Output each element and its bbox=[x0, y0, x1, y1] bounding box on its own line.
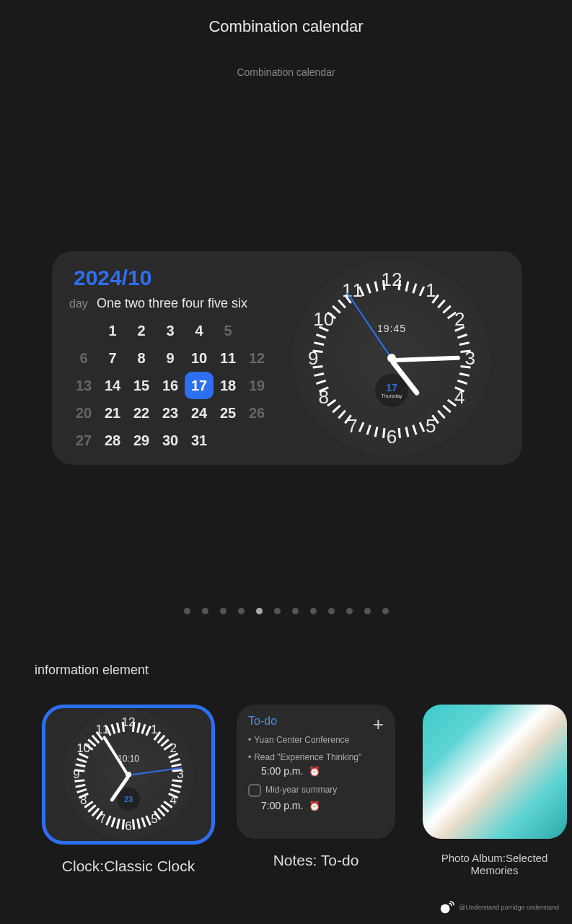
calendar-grid: 1234567891011121314151617181920212223242… bbox=[69, 317, 278, 454]
clock-number: 6 bbox=[125, 819, 131, 834]
photo-thumb-card[interactable] bbox=[423, 705, 567, 839]
calendar-cell[interactable]: 12 bbox=[242, 344, 271, 372]
pager-dot[interactable] bbox=[238, 608, 245, 614]
notes-thumb-label: Notes: To-do bbox=[273, 852, 359, 869]
day-label: day bbox=[69, 297, 97, 310]
clock-thumb-card[interactable]: 10:10 23 123456789101112 bbox=[42, 705, 215, 845]
pager-dot[interactable] bbox=[202, 608, 208, 614]
calendar-cell[interactable]: 2 bbox=[127, 317, 156, 344]
todo-list: Yuan Center ConferenceRead "Experience T… bbox=[248, 735, 384, 811]
calendar-cell[interactable]: 18 bbox=[214, 372, 242, 399]
analog-clock-face: 19:45 17 Thursday 123456789101112 bbox=[294, 260, 490, 456]
alarm-icon: ⏰ bbox=[309, 766, 320, 777]
calendar-cell[interactable]: 22 bbox=[127, 399, 156, 427]
calendar-cell[interactable]: 3 bbox=[156, 317, 185, 344]
clock-thumb-label: Clock:Classic Clock bbox=[62, 858, 195, 875]
calendar-cell[interactable]: 5 bbox=[214, 317, 242, 344]
pager-dot[interactable] bbox=[274, 608, 281, 614]
checkbox-icon[interactable] bbox=[248, 784, 261, 797]
calendar-cell[interactable]: 8 bbox=[127, 344, 156, 372]
calendar-cell[interactable]: 19 bbox=[242, 372, 271, 399]
calendar-cell[interactable]: 28 bbox=[98, 427, 127, 454]
calendar-cell[interactable]: 4 bbox=[185, 317, 214, 344]
todo-header: To-do bbox=[248, 715, 384, 728]
section-header: information element bbox=[35, 663, 149, 678]
calendar-panel: 2024/10 day One two three four five six … bbox=[69, 266, 278, 450]
calendar-cell[interactable]: 10 bbox=[185, 344, 214, 372]
pager-dot[interactable] bbox=[256, 608, 263, 614]
calendar-cell[interactable]: 11 bbox=[214, 344, 242, 372]
pager-dot[interactable] bbox=[184, 608, 190, 614]
page-title: Combination calendar bbox=[0, 0, 572, 36]
pager-dot[interactable] bbox=[382, 608, 389, 614]
calendar-cell[interactable]: 6 bbox=[69, 344, 98, 372]
clock-panel: 19:45 17 Thursday 123456789101112 bbox=[278, 266, 505, 450]
watermark: @Understand porridge understand bbox=[439, 899, 559, 915]
pager-dot[interactable] bbox=[346, 608, 353, 614]
notes-thumb-card[interactable]: To-do + Yuan Center ConferenceRead "Expe… bbox=[237, 705, 395, 839]
calendar-cell[interactable]: 27 bbox=[69, 427, 98, 454]
clock-number: 10 bbox=[313, 308, 334, 330]
page-subtitle: Combination calendar bbox=[0, 66, 572, 78]
calendar-cell[interactable]: 14 bbox=[98, 372, 127, 399]
weibo-icon bbox=[439, 899, 454, 915]
pager-dot[interactable] bbox=[364, 608, 371, 614]
calendar-cell[interactable]: 26 bbox=[242, 399, 271, 427]
weekday-header: One two three four five six bbox=[97, 296, 247, 311]
calendar-cell[interactable]: 23 bbox=[156, 399, 185, 427]
pager-dot[interactable] bbox=[220, 608, 226, 614]
clock-number: 6 bbox=[387, 425, 397, 448]
pager-dot[interactable] bbox=[292, 608, 299, 614]
todo-item[interactable]: Read "Experience Thinking" bbox=[248, 752, 384, 762]
calendar-cell[interactable]: 24 bbox=[185, 399, 214, 427]
calendar-cell bbox=[242, 427, 271, 454]
calendar-cell[interactable]: 20 bbox=[69, 399, 98, 427]
calendar-cell[interactable]: 25 bbox=[214, 399, 242, 427]
watermark-text: @Understand porridge understand bbox=[459, 904, 559, 911]
calendar-cell bbox=[69, 317, 98, 344]
photo-widget-thumb[interactable]: Photo Album:Selected Memories bbox=[417, 705, 572, 876]
calendar-cell[interactable]: 1 bbox=[98, 317, 127, 344]
page-indicator[interactable] bbox=[184, 608, 389, 614]
add-icon[interactable]: + bbox=[373, 713, 384, 736]
calendar-cell[interactable]: 7 bbox=[98, 344, 127, 372]
calendar-cell bbox=[214, 427, 242, 454]
svg-point-0 bbox=[441, 904, 450, 913]
alarm-icon: ⏰ bbox=[309, 801, 320, 811]
photo-thumb-label: Photo Album:Selected Memories bbox=[417, 852, 572, 876]
combo-calendar-widget[interactable]: 2024/10 day One two three four five six … bbox=[52, 251, 522, 465]
mini-analog-clock: 10:10 23 123456789101112 bbox=[63, 710, 193, 840]
year-month-label: 2024/10 bbox=[69, 266, 278, 290]
calendar-cell bbox=[242, 317, 271, 344]
calendar-cell[interactable]: 17 bbox=[185, 372, 214, 399]
pager-dot[interactable] bbox=[310, 608, 317, 614]
pager-dot[interactable] bbox=[328, 608, 335, 614]
calendar-cell[interactable]: 21 bbox=[98, 399, 127, 427]
calendar-cell[interactable]: 9 bbox=[156, 344, 185, 372]
todo-item[interactable]: Mid-year summary bbox=[248, 784, 384, 797]
todo-time: 7:00 p.m.⏰ bbox=[248, 800, 384, 811]
todo-time: 5:00 p.m.⏰ bbox=[248, 765, 384, 777]
widget-thumbnails-row: 10:10 23 123456789101112 Clock:Classic C… bbox=[42, 705, 572, 876]
calendar-cell[interactable]: 29 bbox=[127, 427, 156, 454]
clock-widget-thumb[interactable]: 10:10 23 123456789101112 Clock:Classic C… bbox=[42, 705, 215, 876]
notes-widget-thumb[interactable]: To-do + Yuan Center ConferenceRead "Expe… bbox=[237, 705, 395, 876]
calendar-cell[interactable]: 30 bbox=[156, 427, 185, 454]
todo-item[interactable]: Yuan Center Conference bbox=[248, 735, 384, 745]
calendar-cell[interactable]: 15 bbox=[127, 372, 156, 399]
calendar-cell[interactable]: 13 bbox=[69, 372, 98, 399]
calendar-cell[interactable]: 31 bbox=[185, 427, 214, 454]
calendar-cell[interactable]: 16 bbox=[156, 372, 185, 399]
